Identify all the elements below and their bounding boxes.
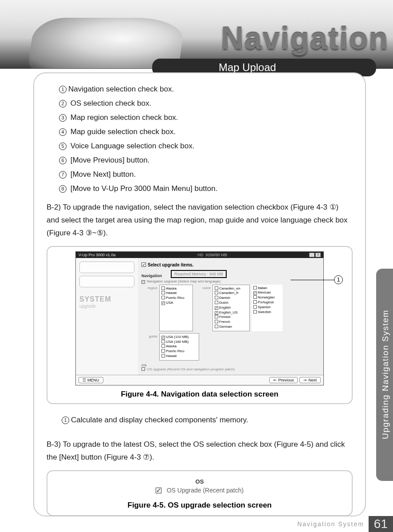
- list-item: 4 Map guide selection check box.: [59, 127, 353, 136]
- circled-number-icon: 1: [59, 86, 67, 93]
- list-item: 8 [Move to V-Up Pro 3000 Main Menu] butt…: [59, 184, 353, 193]
- region-checklist[interactable]: AlaskaHawaiiPuerto Rico✓USA: [159, 285, 193, 331]
- guide-checklist[interactable]: ✓USA (110 MB)USA (180 MB)AlaskaPuerto Ri…: [159, 333, 199, 361]
- window-footer: ☰ MENU ⇐ Previous ⇒ Next: [76, 375, 323, 385]
- window-title: V-Up Pro 3000 v1.0a: [79, 253, 116, 257]
- checklist-item[interactable]: Hawaii: [161, 354, 197, 359]
- menu-button[interactable]: ☰ MENU: [79, 377, 103, 383]
- checklist-item[interactable]: Norwegian: [253, 295, 281, 300]
- window-sidebar: SYSTEMupgrade: [76, 258, 138, 375]
- navigation-label: Navigation: [141, 274, 162, 278]
- checklist-item[interactable]: ✓English: [215, 306, 248, 310]
- checklist-item[interactable]: ✓USA (110 MB): [161, 335, 197, 340]
- sub-item-1: 1Calculate and display checked component…: [62, 414, 353, 427]
- checklist-item[interactable]: Canadien_en: [215, 286, 248, 291]
- voice-label: voice: [195, 285, 211, 331]
- window-main: ✓ Select upgrade items. Navigation Requi…: [138, 258, 323, 375]
- hd-indicator: HD 9298/80 MB: [198, 253, 228, 257]
- vup-pro-window: V-Up Pro 3000 v1.0a HD 9298/80 MB - X SY…: [75, 251, 324, 385]
- checklist-item[interactable]: Canadien_fr: [215, 291, 248, 296]
- checkbox-icon[interactable]: [141, 367, 145, 371]
- voice-checklist-1[interactable]: Canadien_enCanadien_frDanishDutch✓Englis…: [212, 285, 250, 331]
- checklist-item[interactable]: Swedish: [253, 310, 281, 315]
- sidebar-tab[interactable]: [79, 262, 134, 273]
- footer-label: Navigation System: [297, 520, 364, 528]
- checkbox-icon[interactable]: ✓: [141, 280, 145, 284]
- numbered-list: 1Navigation selection check box. 2 OS se…: [59, 85, 353, 193]
- list-item: 7 [Move Next] button.: [59, 170, 353, 179]
- paragraph-b2: B-2) To upgrade the navigation, select t…: [47, 201, 353, 240]
- circled-number-icon: 7: [59, 171, 67, 179]
- list-item: 2 OS selection check box.: [59, 99, 353, 108]
- circled-number-icon: 5: [59, 143, 67, 150]
- checklist-item[interactable]: ✓English_US: [215, 310, 248, 315]
- circled-number-icon: 3: [59, 114, 67, 122]
- checklist-item[interactable]: Portugese: [253, 300, 281, 305]
- checklist-item[interactable]: Finnish: [215, 315, 248, 320]
- checklist-item[interactable]: French: [215, 320, 248, 325]
- guide-label: guide: [141, 333, 157, 361]
- checklist-item[interactable]: Danish: [215, 296, 248, 301]
- circled-number-icon: 8: [59, 185, 67, 193]
- circled-number-icon: 4: [59, 128, 67, 136]
- sidebar-tab[interactable]: [79, 276, 134, 287]
- side-rail: Upgrading Navigation System: [376, 269, 393, 481]
- checklist-item[interactable]: USA (180 MB): [161, 340, 197, 345]
- select-upgrade-header: ✓ Select upgrade items.: [141, 262, 320, 267]
- figure-4-5-caption: Figure 4-5. OS upgrade selection screen: [52, 501, 347, 510]
- page-footer: Navigation System 61: [297, 516, 393, 532]
- paragraph-b3: B-3) To upgrade to the latest OS, select…: [47, 438, 353, 464]
- checklist-item[interactable]: Dutch: [215, 301, 248, 306]
- callout-leader-line: [291, 280, 335, 280]
- next-button[interactable]: ⇒ Next: [299, 377, 321, 383]
- checklist-item[interactable]: Spanish: [253, 305, 281, 310]
- list-item: 3 Map region selection check box.: [59, 113, 353, 122]
- voice-checklist-2[interactable]: Italian✓MexicanNorwegianPortugeseSpanish…: [252, 285, 283, 331]
- side-rail-label: Upgrading Navigation System: [381, 310, 390, 439]
- navigation-title-graphic: Navigation: [221, 20, 389, 56]
- figure-4-4-box: V-Up Pro 3000 v1.0a HD 9298/80 MB - X SY…: [47, 246, 353, 404]
- check-icon: ✓: [141, 262, 146, 267]
- para-lead: B-3): [47, 440, 63, 449]
- region-label: region: [141, 285, 157, 331]
- circled-number-icon: 2: [59, 100, 67, 107]
- sidebar-brand: SYSTEMupgrade: [79, 296, 134, 309]
- checklist-item[interactable]: ✓USA: [161, 301, 191, 306]
- content-frame: 1Navigation selection check box. 2 OS se…: [33, 72, 366, 516]
- para-lead: B-2): [47, 203, 63, 211]
- previous-button[interactable]: ⇐ Previous: [269, 377, 298, 383]
- os-upgrade-line: OS upgrade (Recent OS and navigation pro…: [147, 367, 235, 371]
- callout-number-1: 1: [334, 275, 343, 284]
- list-item: 5 Voice Language selection check box.: [59, 142, 353, 151]
- circled-number-icon: 6: [59, 157, 67, 164]
- close-icon[interactable]: X: [315, 253, 321, 257]
- checklist-item[interactable]: German: [215, 325, 248, 330]
- checklist-item[interactable]: Alaska: [161, 286, 191, 291]
- section-tab-label: Map Upload: [219, 61, 276, 74]
- nav-upgrade-line: Navigaton upgrade (Select map and langua…: [147, 279, 220, 283]
- checklist-item[interactable]: Hawaii: [161, 291, 191, 296]
- window-buttons: - X: [309, 253, 321, 257]
- list-item: 1Navigation selection check box.: [59, 85, 353, 94]
- list-item: 6 [Move Previous] button.: [59, 156, 353, 165]
- page-number: 61: [369, 516, 393, 532]
- os-heading: OS: [52, 478, 347, 485]
- para-body: To upgrade to the latest OS, select the …: [47, 440, 345, 461]
- os-section-label: OS: [141, 363, 147, 367]
- os-upgrade-text: OS Upgrade (Recent patch): [167, 487, 244, 494]
- checklist-item[interactable]: Puerto Rico: [161, 296, 191, 301]
- figure-4-5-box: OS OS Upgrade (Recent patch) Figure 4-5.…: [47, 470, 353, 516]
- required-memory-box: Required Memory : 945 MB: [171, 270, 227, 278]
- os-checkbox-icon[interactable]: [156, 488, 161, 493]
- minimize-icon[interactable]: -: [309, 253, 314, 257]
- window-titlebar: V-Up Pro 3000 v1.0a HD 9298/80 MB - X: [76, 252, 323, 258]
- checklist-item[interactable]: ✓Mexican: [253, 290, 281, 295]
- checklist-item[interactable]: Alaska: [161, 344, 197, 349]
- figure-4-4-caption: Figure 4-4. Navigation data selection sc…: [52, 390, 347, 399]
- checklist-item[interactable]: Puerto Rico: [161, 349, 197, 354]
- checklist-item[interactable]: Italian: [253, 286, 281, 291]
- para-body: To upgrade the navigation, select the na…: [47, 203, 348, 237]
- circled-number-icon: 1: [62, 417, 69, 424]
